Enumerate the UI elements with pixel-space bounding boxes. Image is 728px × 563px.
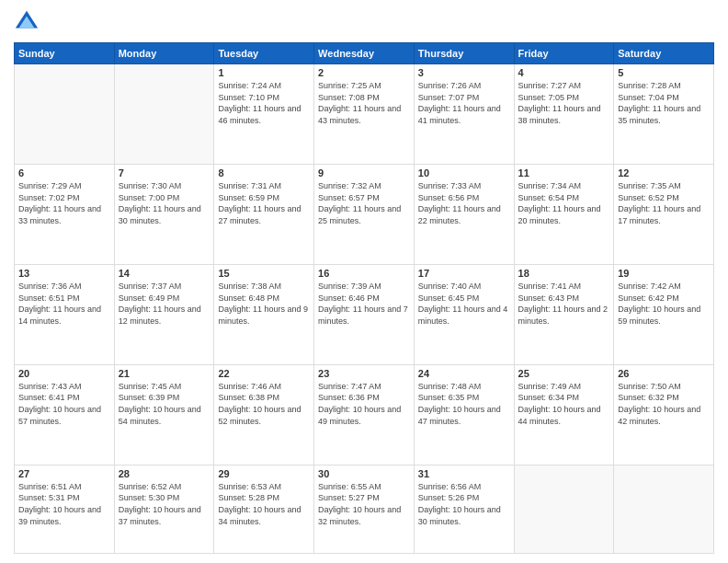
day-number: 21 (119, 368, 210, 379)
day-info: Sunrise: 7:24 AMSunset: 7:10 PMDaylight:… (218, 80, 310, 126)
day-number: 13 (18, 268, 110, 279)
table-row: 5Sunrise: 7:28 AMSunset: 7:04 PMDaylight… (614, 64, 714, 165)
table-row: 24Sunrise: 7:48 AMSunset: 6:35 PMDayligh… (414, 364, 514, 465)
weekday-header-row: Sunday Monday Tuesday Wednesday Thursday… (15, 43, 714, 64)
day-number: 9 (318, 167, 410, 178)
day-info: Sunrise: 7:50 AMSunset: 6:32 PMDaylight:… (618, 381, 710, 427)
table-row: 16Sunrise: 7:39 AMSunset: 6:46 PMDayligh… (314, 264, 415, 364)
day-number: 27 (18, 468, 110, 479)
table-row: 30Sunrise: 6:55 AMSunset: 5:27 PMDayligh… (314, 465, 415, 553)
col-wednesday: Wednesday (314, 43, 415, 64)
day-number: 16 (318, 268, 410, 279)
day-number: 26 (618, 368, 710, 379)
day-number: 7 (119, 167, 210, 178)
calendar-week-row: 13Sunrise: 7:36 AMSunset: 6:51 PMDayligh… (15, 264, 714, 364)
day-info: Sunrise: 7:41 AMSunset: 6:43 PMDaylight:… (518, 281, 610, 327)
day-number: 14 (119, 268, 210, 279)
col-monday: Monday (114, 43, 214, 64)
col-saturday: Saturday (614, 43, 714, 64)
day-info: Sunrise: 7:28 AMSunset: 7:04 PMDaylight:… (618, 80, 710, 126)
day-info: Sunrise: 7:27 AMSunset: 7:05 PMDaylight:… (518, 80, 610, 126)
day-number: 11 (518, 167, 610, 178)
table-row: 25Sunrise: 7:49 AMSunset: 6:34 PMDayligh… (514, 364, 614, 465)
day-info: Sunrise: 7:47 AMSunset: 6:36 PMDaylight:… (318, 381, 410, 427)
col-tuesday: Tuesday (214, 43, 314, 64)
table-row: 10Sunrise: 7:33 AMSunset: 6:56 PMDayligh… (414, 164, 514, 264)
calendar-week-row: 1Sunrise: 7:24 AMSunset: 7:10 PMDaylight… (15, 64, 714, 165)
page: Sunday Monday Tuesday Wednesday Thursday… (0, 0, 728, 563)
day-info: Sunrise: 7:37 AMSunset: 6:49 PMDaylight:… (119, 281, 210, 327)
day-info: Sunrise: 7:35 AMSunset: 6:52 PMDaylight:… (618, 180, 710, 226)
table-row: 1Sunrise: 7:24 AMSunset: 7:10 PMDaylight… (214, 64, 314, 165)
day-number: 8 (218, 167, 310, 178)
day-number: 28 (119, 468, 210, 479)
table-row: 18Sunrise: 7:41 AMSunset: 6:43 PMDayligh… (514, 264, 614, 364)
table-row: 29Sunrise: 6:53 AMSunset: 5:28 PMDayligh… (214, 465, 314, 553)
table-row: 19Sunrise: 7:42 AMSunset: 6:42 PMDayligh… (614, 264, 714, 364)
calendar-week-row: 27Sunrise: 6:51 AMSunset: 5:31 PMDayligh… (15, 465, 714, 553)
table-row: 7Sunrise: 7:30 AMSunset: 7:00 PMDaylight… (114, 164, 214, 264)
day-info: Sunrise: 7:38 AMSunset: 6:48 PMDaylight:… (218, 281, 310, 327)
table-row: 11Sunrise: 7:34 AMSunset: 6:54 PMDayligh… (514, 164, 614, 264)
day-info: Sunrise: 7:31 AMSunset: 6:59 PMDaylight:… (218, 180, 310, 226)
table-row: 27Sunrise: 6:51 AMSunset: 5:31 PMDayligh… (15, 465, 115, 553)
header (14, 9, 714, 35)
day-info: Sunrise: 7:46 AMSunset: 6:38 PMDaylight:… (218, 381, 310, 427)
table-row: 8Sunrise: 7:31 AMSunset: 6:59 PMDaylight… (214, 164, 314, 264)
day-number: 20 (18, 368, 110, 379)
day-info: Sunrise: 6:56 AMSunset: 5:26 PMDaylight:… (418, 481, 510, 527)
day-info: Sunrise: 7:34 AMSunset: 6:54 PMDaylight:… (518, 180, 610, 226)
day-info: Sunrise: 7:26 AMSunset: 7:07 PMDaylight:… (418, 80, 510, 126)
day-number: 6 (18, 167, 110, 178)
table-row (114, 64, 214, 165)
table-row: 22Sunrise: 7:46 AMSunset: 6:38 PMDayligh… (214, 364, 314, 465)
day-number: 15 (218, 268, 310, 279)
day-info: Sunrise: 6:55 AMSunset: 5:27 PMDaylight:… (318, 481, 410, 527)
day-info: Sunrise: 7:45 AMSunset: 6:39 PMDaylight:… (119, 381, 210, 427)
day-info: Sunrise: 7:29 AMSunset: 7:02 PMDaylight:… (18, 180, 110, 226)
calendar-table: Sunday Monday Tuesday Wednesday Thursday… (14, 42, 714, 554)
day-info: Sunrise: 6:52 AMSunset: 5:30 PMDaylight:… (119, 481, 210, 527)
day-number: 2 (318, 67, 410, 78)
table-row (614, 465, 714, 553)
table-row: 28Sunrise: 6:52 AMSunset: 5:30 PMDayligh… (114, 465, 214, 553)
logo (14, 9, 43, 35)
day-info: Sunrise: 7:30 AMSunset: 7:00 PMDaylight:… (119, 180, 210, 226)
table-row: 15Sunrise: 7:38 AMSunset: 6:48 PMDayligh… (214, 264, 314, 364)
day-number: 25 (518, 368, 610, 379)
logo-icon (14, 9, 40, 35)
table-row: 21Sunrise: 7:45 AMSunset: 6:39 PMDayligh… (114, 364, 214, 465)
day-number: 23 (318, 368, 410, 379)
day-number: 12 (618, 167, 710, 178)
table-row: 6Sunrise: 7:29 AMSunset: 7:02 PMDaylight… (15, 164, 115, 264)
col-friday: Friday (514, 43, 614, 64)
day-info: Sunrise: 7:43 AMSunset: 6:41 PMDaylight:… (18, 381, 110, 427)
day-info: Sunrise: 6:51 AMSunset: 5:31 PMDaylight:… (18, 481, 110, 527)
day-number: 30 (318, 468, 410, 479)
col-thursday: Thursday (414, 43, 514, 64)
table-row: 17Sunrise: 7:40 AMSunset: 6:45 PMDayligh… (414, 264, 514, 364)
day-info: Sunrise: 7:40 AMSunset: 6:45 PMDaylight:… (418, 281, 510, 327)
day-info: Sunrise: 7:25 AMSunset: 7:08 PMDaylight:… (318, 80, 410, 126)
day-info: Sunrise: 7:32 AMSunset: 6:57 PMDaylight:… (318, 180, 410, 226)
day-number: 3 (418, 67, 510, 78)
table-row: 23Sunrise: 7:47 AMSunset: 6:36 PMDayligh… (314, 364, 415, 465)
day-info: Sunrise: 7:42 AMSunset: 6:42 PMDaylight:… (618, 281, 710, 327)
table-row: 20Sunrise: 7:43 AMSunset: 6:41 PMDayligh… (15, 364, 115, 465)
day-info: Sunrise: 6:53 AMSunset: 5:28 PMDaylight:… (218, 481, 310, 527)
table-row: 13Sunrise: 7:36 AMSunset: 6:51 PMDayligh… (15, 264, 115, 364)
day-info: Sunrise: 7:33 AMSunset: 6:56 PMDaylight:… (418, 180, 510, 226)
table-row: 4Sunrise: 7:27 AMSunset: 7:05 PMDaylight… (514, 64, 614, 165)
table-row: 12Sunrise: 7:35 AMSunset: 6:52 PMDayligh… (614, 164, 714, 264)
col-sunday: Sunday (15, 43, 115, 64)
calendar-week-row: 20Sunrise: 7:43 AMSunset: 6:41 PMDayligh… (15, 364, 714, 465)
table-row: 31Sunrise: 6:56 AMSunset: 5:26 PMDayligh… (414, 465, 514, 553)
day-number: 10 (418, 167, 510, 178)
day-info: Sunrise: 7:48 AMSunset: 6:35 PMDaylight:… (418, 381, 510, 427)
day-number: 4 (518, 67, 610, 78)
day-number: 5 (618, 67, 710, 78)
day-number: 1 (218, 67, 310, 78)
day-number: 24 (418, 368, 510, 379)
day-number: 19 (618, 268, 710, 279)
table-row: 2Sunrise: 7:25 AMSunset: 7:08 PMDaylight… (314, 64, 415, 165)
